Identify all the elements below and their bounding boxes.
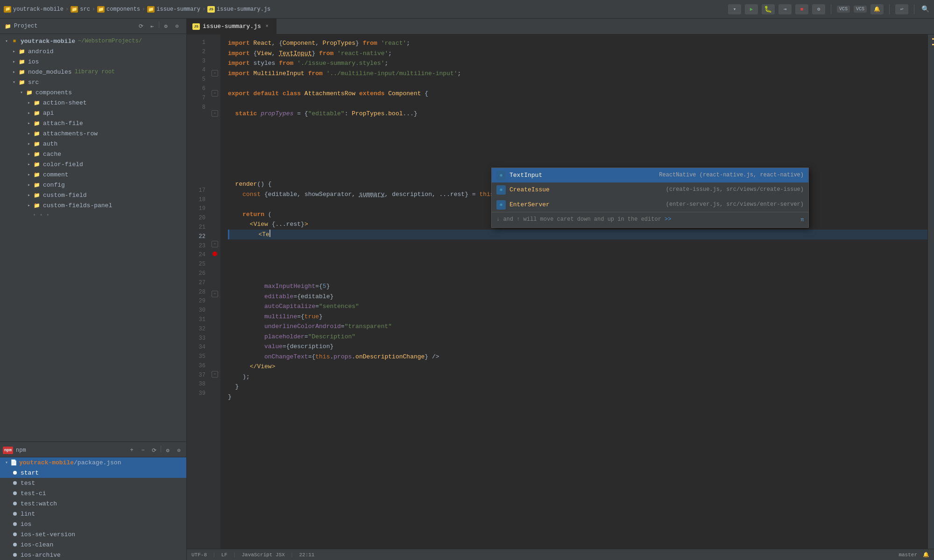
- breakpoint-indicator[interactable]: [212, 252, 217, 256]
- tree-item-api[interactable]: ▸ 📁 api: [0, 108, 186, 118]
- vcs-badge-2[interactable]: VCS: [854, 6, 867, 13]
- chevron-right-icon-ar: ▸: [25, 131, 33, 136]
- tree-item-attach-file[interactable]: ▸ 📁 attach-file: [0, 118, 186, 128]
- scroll-marker-warning: [932, 38, 934, 40]
- npm-tree[interactable]: ▾ 📄 youtrack-mobile /package.json start …: [0, 457, 186, 560]
- build-button[interactable]: ⚙: [812, 4, 825, 14]
- npm-remove-btn[interactable]: −: [138, 446, 148, 455]
- project-folder-small: 📁: [5, 23, 11, 29]
- cache-folder-icon: 📁: [33, 151, 41, 157]
- settings-action[interactable]: ⚙: [161, 21, 170, 31]
- editor-area: JS issue-summary.js × 1 2 3 4 5 6 7 8 · …: [187, 19, 934, 560]
- ac-name-enterserver: EnterServer: [509, 200, 550, 210]
- npm-item-ios-set-version[interactable]: ios-set-version: [0, 529, 186, 539]
- ac-source-createissue: (create-issue.js, src/views/create-issue…: [553, 185, 804, 195]
- tree-item-auth[interactable]: ▸ 📁 auth: [0, 139, 186, 149]
- ac-item-enterserver[interactable]: ⚛ EnterServer (enter-server.js, src/view…: [492, 197, 808, 212]
- ac-react-icon: ⚛: [496, 171, 506, 180]
- search-button[interactable]: 🔍: [920, 4, 930, 14]
- fold-icon[interactable]: −: [212, 70, 218, 77]
- scroll-to-action[interactable]: ⊙: [172, 21, 182, 31]
- undo-button[interactable]: ↩: [895, 4, 908, 14]
- fold-icon[interactable]: −: [212, 110, 218, 117]
- chevron-right-icon-cfg: ▸: [25, 182, 33, 188]
- tab-issue-summary[interactable]: JS issue-summary.js ×: [187, 19, 276, 35]
- npm-item-test[interactable]: test: [0, 478, 186, 488]
- tree-item-android[interactable]: ▸ 📁 android: [0, 46, 186, 56]
- vcs-badge-1[interactable]: VCS: [837, 6, 850, 13]
- run-button[interactable]: ▶: [745, 4, 758, 14]
- sync-action[interactable]: ⟳: [136, 21, 146, 31]
- npm-scroll-btn[interactable]: ⊙: [174, 446, 184, 455]
- ac-pi-label: π: [800, 216, 804, 224]
- code-line-34: onChangeText={this.props.onDescriptionCh…: [228, 352, 927, 362]
- code-line-29: autoCapitalize="sentences": [228, 301, 927, 312]
- tree-item-custom-fields-panel[interactable]: ▸ 📁 custom-fields-panel: [0, 200, 186, 210]
- tree-item-attachments-row[interactable]: ▸ 📁 attachments-row: [0, 128, 186, 139]
- components-folder-icon: 📁: [97, 6, 105, 13]
- tree-label-root: youtrack-mobile: [21, 38, 75, 45]
- sep: [159, 21, 159, 28]
- tree-label-cache: cache: [43, 151, 61, 158]
- npm-item-ios-clean[interactable]: ios-clean: [0, 539, 186, 550]
- ac-item-createissue[interactable]: ⚛ CreateIssue (create-issue.js, src/view…: [492, 182, 808, 197]
- code-line-2: import {View, TextInput} from 'react-nat…: [228, 49, 927, 59]
- npm-item-test-ci[interactable]: test-ci: [0, 488, 186, 498]
- main-layout: 📁 Project ⟳ ⇤ ⚙ ⊙ ▾ ■ youtrack-mobile ~/…: [0, 19, 934, 560]
- tree-label-action-sheet: action-sheet: [43, 99, 87, 106]
- debug-button[interactable]: 🐛: [762, 4, 775, 14]
- sidebar-actions: ⟳ ⇤ ⚙ ⊙: [136, 21, 182, 31]
- tree-item-root[interactable]: ▾ ■ youtrack-mobile ~/WebstormProjects/: [0, 36, 186, 46]
- npm-item-lint[interactable]: lint: [0, 509, 186, 519]
- tree-item-components[interactable]: ▾ 📁 components: [0, 87, 186, 98]
- ac-hint-link[interactable]: >>: [665, 216, 671, 223]
- ac-react-icon3: ⚛: [496, 200, 506, 210]
- tree-item-src[interactable]: ▾ 📁 src: [0, 77, 186, 87]
- npm-add-btn[interactable]: +: [127, 446, 136, 455]
- tab-close-button[interactable]: ×: [264, 23, 270, 30]
- tree-item-node-modules[interactable]: ▸ 📁 node_modules library root: [0, 67, 186, 77]
- ac-source-textinput: ReactNative (react-native.js, react-nati…: [546, 171, 804, 180]
- fold-icon[interactable]: −: [212, 291, 218, 297]
- npm-item-test-watch[interactable]: test:watch: [0, 498, 186, 509]
- project-tree[interactable]: ▾ ■ youtrack-mobile ~/WebstormProjects/ …: [0, 34, 186, 440]
- autocomplete-popup[interactable]: ⚛ TextInput ReactNative (react-native.js…: [491, 168, 809, 228]
- npm-settings-btn[interactable]: ⚙: [163, 446, 172, 455]
- chevron-right-icon-cusfld: ▸: [25, 192, 33, 198]
- npm-package-json[interactable]: ▾ 📄 youtrack-mobile /package.json: [0, 457, 186, 468]
- dropdown-button[interactable]: ▾: [728, 4, 741, 14]
- npm-item-start[interactable]: start: [0, 468, 186, 478]
- tree-sublabel-root: ~/WebstormProjects/: [78, 38, 142, 44]
- notification-button[interactable]: 🔔: [870, 4, 884, 14]
- custom-field-folder-icon: 📁: [33, 192, 41, 198]
- tree-label-ios: ios: [28, 58, 39, 65]
- chevron-right-icon: ▸: [10, 49, 18, 54]
- fold-icon[interactable]: −: [212, 241, 218, 247]
- step-over-button[interactable]: ⇥: [778, 4, 792, 14]
- status-cursor-position: 22:11: [299, 552, 314, 558]
- fold-icon[interactable]: −: [212, 371, 218, 378]
- tree-label-attachments-row: attachments-row: [43, 130, 98, 137]
- comment-folder-icon: 📁: [33, 171, 41, 178]
- fold-icon[interactable]: −: [212, 90, 218, 97]
- code-line-8: static propTypes = {"editable": PropType…: [228, 109, 927, 119]
- stop-button[interactable]: ■: [795, 4, 808, 14]
- npm-actions: + − ⟳ ⚙ ⊙: [127, 446, 184, 455]
- toolbar-controls: ▾ ▶ 🐛 ⇥ ■ ⚙ VCS VCS 🔔 ↩ 🔍: [728, 4, 930, 14]
- android-folder-icon: 📁: [18, 48, 26, 55]
- code-line-22: <Te: [228, 230, 927, 240]
- tree-item-action-sheet[interactable]: ▸ 📁 action-sheet: [0, 98, 186, 108]
- collapse-action[interactable]: ⇤: [148, 21, 157, 31]
- tree-item-ios[interactable]: ▸ 📁 ios: [0, 56, 186, 67]
- chevron-down-icon-pkg: ▾: [3, 460, 10, 465]
- npm-item-ios-archive[interactable]: ios-archive: [0, 550, 186, 560]
- tree-item-config[interactable]: ▸ 📁 config: [0, 180, 186, 190]
- tree-item-cache[interactable]: ▸ 📁 cache: [0, 149, 186, 159]
- code-editor[interactable]: import React, {Component, PropTypes} fro…: [220, 35, 927, 549]
- ac-item-textinput[interactable]: ⚛ TextInput ReactNative (react-native.js…: [492, 168, 808, 182]
- tree-item-custom-field[interactable]: ▸ 📁 custom-field: [0, 190, 186, 200]
- tree-item-color-field[interactable]: ▸ 📁 color-field: [0, 159, 186, 169]
- tree-item-comment[interactable]: ▸ 📁 comment: [0, 169, 186, 180]
- npm-sync-btn[interactable]: ⟳: [149, 446, 159, 455]
- npm-item-ios[interactable]: ios: [0, 519, 186, 529]
